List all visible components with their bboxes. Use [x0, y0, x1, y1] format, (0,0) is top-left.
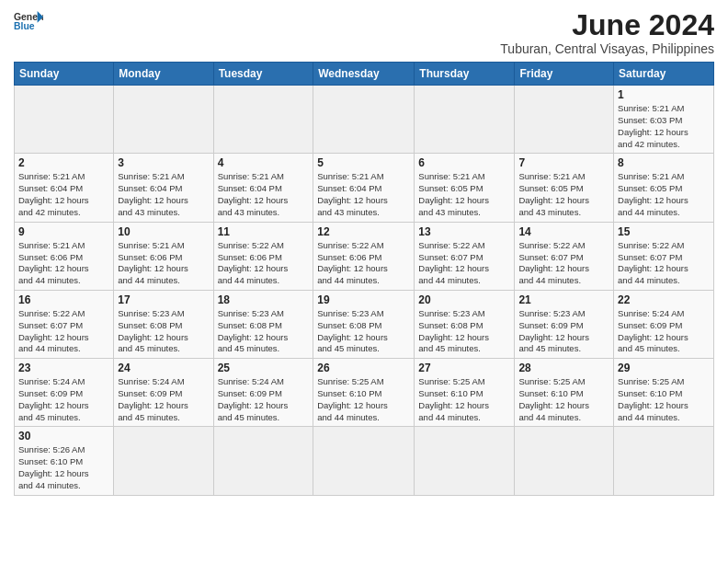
day-info: Sunrise: 5:26 AM Sunset: 6:10 PM Dayligh…: [18, 444, 109, 491]
calendar-cell: 10Sunrise: 5:21 AM Sunset: 6:06 PM Dayli…: [114, 222, 213, 290]
day-number: 7: [518, 156, 609, 169]
calendar-cell: 15Sunrise: 5:22 AM Sunset: 6:07 PM Dayli…: [614, 222, 714, 290]
day-header-saturday: Saturday: [614, 63, 714, 86]
calendar-cell: 20Sunrise: 5:23 AM Sunset: 6:08 PM Dayli…: [415, 290, 515, 358]
day-info: Sunrise: 5:24 AM Sunset: 6:09 PM Dayligh…: [18, 376, 109, 423]
day-info: Sunrise: 5:23 AM Sunset: 6:09 PM Dayligh…: [518, 308, 609, 355]
day-header-sunday: Sunday: [15, 63, 114, 86]
calendar-cell: 24Sunrise: 5:24 AM Sunset: 6:09 PM Dayli…: [114, 359, 213, 427]
svg-text:Blue: Blue: [14, 21, 35, 31]
calendar-cell: 6Sunrise: 5:21 AM Sunset: 6:05 PM Daylig…: [415, 154, 515, 222]
calendar-cell: 17Sunrise: 5:23 AM Sunset: 6:08 PM Dayli…: [114, 290, 213, 358]
day-info: Sunrise: 5:21 AM Sunset: 6:04 PM Dayligh…: [317, 171, 410, 218]
calendar-cell: 4Sunrise: 5:21 AM Sunset: 6:04 PM Daylig…: [213, 154, 313, 222]
day-info: Sunrise: 5:22 AM Sunset: 6:06 PM Dayligh…: [317, 240, 410, 287]
day-number: 20: [418, 293, 510, 306]
day-info: Sunrise: 5:22 AM Sunset: 6:07 PM Dayligh…: [618, 240, 710, 287]
day-number: 14: [518, 225, 609, 238]
calendar-cell: 29Sunrise: 5:25 AM Sunset: 6:10 PM Dayli…: [614, 359, 714, 427]
day-info: Sunrise: 5:21 AM Sunset: 6:05 PM Dayligh…: [518, 171, 609, 218]
day-number: 4: [218, 156, 310, 169]
day-number: 12: [317, 225, 410, 238]
header-section: General Blue June 2024 Tuburan, Central …: [14, 9, 714, 56]
day-info: Sunrise: 5:23 AM Sunset: 6:08 PM Dayligh…: [118, 308, 209, 355]
day-info: Sunrise: 5:23 AM Sunset: 6:08 PM Dayligh…: [317, 308, 410, 355]
location-text: Tuburan, Central Visayas, Philippines: [500, 41, 714, 56]
day-number: 5: [317, 156, 410, 169]
calendar-cell: [213, 86, 313, 154]
calendar-cell: 9Sunrise: 5:21 AM Sunset: 6:06 PM Daylig…: [15, 222, 114, 290]
day-header-wednesday: Wednesday: [313, 63, 415, 86]
day-number: 27: [418, 362, 510, 374]
day-info: Sunrise: 5:21 AM Sunset: 6:03 PM Dayligh…: [618, 103, 710, 150]
calendar-cell: [213, 427, 313, 495]
day-info: Sunrise: 5:21 AM Sunset: 6:04 PM Dayligh…: [18, 171, 109, 218]
day-info: Sunrise: 5:25 AM Sunset: 6:10 PM Dayligh…: [518, 376, 609, 423]
day-info: Sunrise: 5:24 AM Sunset: 6:09 PM Dayligh…: [118, 376, 209, 423]
day-info: Sunrise: 5:23 AM Sunset: 6:08 PM Dayligh…: [218, 308, 310, 355]
day-number: 3: [118, 156, 209, 169]
day-info: Sunrise: 5:25 AM Sunset: 6:10 PM Dayligh…: [317, 376, 410, 423]
calendar-cell: [415, 86, 515, 154]
calendar-cell: 12Sunrise: 5:22 AM Sunset: 6:06 PM Dayli…: [313, 222, 415, 290]
day-info: Sunrise: 5:25 AM Sunset: 6:10 PM Dayligh…: [618, 376, 710, 423]
day-number: 30: [18, 430, 109, 442]
day-info: Sunrise: 5:24 AM Sunset: 6:09 PM Dayligh…: [618, 308, 710, 355]
day-number: 8: [618, 156, 710, 169]
day-number: 22: [618, 293, 710, 306]
day-number: 18: [218, 293, 310, 306]
day-number: 25: [218, 362, 310, 374]
calendar-cell: [313, 427, 415, 495]
calendar-cell: 2Sunrise: 5:21 AM Sunset: 6:04 PM Daylig…: [15, 154, 114, 222]
day-info: Sunrise: 5:21 AM Sunset: 6:06 PM Dayligh…: [118, 240, 209, 287]
day-header-monday: Monday: [114, 63, 213, 86]
calendar-cell: 26Sunrise: 5:25 AM Sunset: 6:10 PM Dayli…: [313, 359, 415, 427]
day-info: Sunrise: 5:21 AM Sunset: 6:04 PM Dayligh…: [218, 171, 310, 218]
day-info: Sunrise: 5:21 AM Sunset: 6:05 PM Dayligh…: [618, 171, 710, 218]
calendar-cell: 8Sunrise: 5:21 AM Sunset: 6:05 PM Daylig…: [614, 154, 714, 222]
day-info: Sunrise: 5:21 AM Sunset: 6:05 PM Dayligh…: [418, 171, 510, 218]
calendar-cell: 3Sunrise: 5:21 AM Sunset: 6:04 PM Daylig…: [114, 154, 213, 222]
day-number: 29: [618, 362, 710, 374]
calendar-cell: 18Sunrise: 5:23 AM Sunset: 6:08 PM Dayli…: [213, 290, 313, 358]
day-number: 17: [118, 293, 209, 306]
day-info: Sunrise: 5:22 AM Sunset: 6:07 PM Dayligh…: [518, 240, 609, 287]
calendar-cell: 21Sunrise: 5:23 AM Sunset: 6:09 PM Dayli…: [515, 290, 614, 358]
calendar-cell: [415, 427, 515, 495]
day-number: 16: [18, 293, 109, 306]
day-number: 21: [518, 293, 609, 306]
calendar-cell: 27Sunrise: 5:25 AM Sunset: 6:10 PM Dayli…: [415, 359, 515, 427]
day-header-thursday: Thursday: [415, 63, 515, 86]
day-number: 23: [18, 362, 109, 374]
day-number: 1: [618, 88, 710, 101]
day-number: 19: [317, 293, 410, 306]
calendar-cell: [114, 86, 213, 154]
title-block: June 2024 Tuburan, Central Visayas, Phil…: [500, 9, 714, 56]
calendar-cell: 19Sunrise: 5:23 AM Sunset: 6:08 PM Dayli…: [313, 290, 415, 358]
calendar-cell: 16Sunrise: 5:22 AM Sunset: 6:07 PM Dayli…: [15, 290, 114, 358]
calendar-cell: [515, 86, 614, 154]
logo: General Blue: [14, 9, 43, 35]
day-info: Sunrise: 5:21 AM Sunset: 6:06 PM Dayligh…: [18, 240, 109, 287]
calendar-cell: 13Sunrise: 5:22 AM Sunset: 6:07 PM Dayli…: [415, 222, 515, 290]
calendar-cell: 14Sunrise: 5:22 AM Sunset: 6:07 PM Dayli…: [515, 222, 614, 290]
calendar-table: SundayMondayTuesdayWednesdayThursdayFrid…: [14, 62, 714, 496]
day-info: Sunrise: 5:25 AM Sunset: 6:10 PM Dayligh…: [418, 376, 510, 423]
calendar-cell: 7Sunrise: 5:21 AM Sunset: 6:05 PM Daylig…: [515, 154, 614, 222]
day-number: 24: [118, 362, 209, 374]
day-number: 10: [118, 225, 209, 238]
calendar-cell: 1Sunrise: 5:21 AM Sunset: 6:03 PM Daylig…: [614, 86, 714, 154]
calendar-cell: [313, 86, 415, 154]
calendar-cell: 11Sunrise: 5:22 AM Sunset: 6:06 PM Dayli…: [213, 222, 313, 290]
day-info: Sunrise: 5:21 AM Sunset: 6:04 PM Dayligh…: [118, 171, 209, 218]
day-number: 15: [618, 225, 710, 238]
calendar-cell: [15, 86, 114, 154]
day-number: 26: [317, 362, 410, 374]
calendar-cell: [114, 427, 213, 495]
day-number: 2: [18, 156, 109, 169]
day-info: Sunrise: 5:22 AM Sunset: 6:07 PM Dayligh…: [18, 308, 109, 355]
calendar-cell: 28Sunrise: 5:25 AM Sunset: 6:10 PM Dayli…: [515, 359, 614, 427]
day-number: 9: [18, 225, 109, 238]
day-info: Sunrise: 5:24 AM Sunset: 6:09 PM Dayligh…: [218, 376, 310, 423]
calendar-cell: 5Sunrise: 5:21 AM Sunset: 6:04 PM Daylig…: [313, 154, 415, 222]
